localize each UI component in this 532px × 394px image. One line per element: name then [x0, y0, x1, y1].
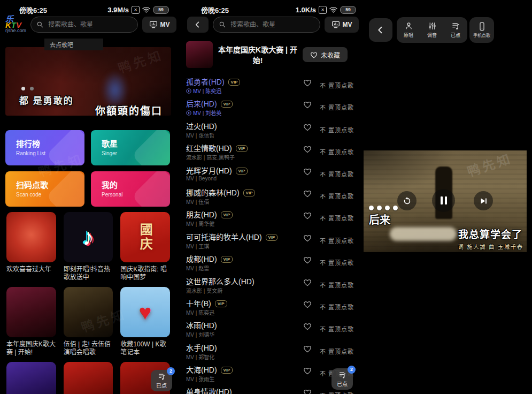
- song-title[interactable]: 孤勇者(HD): [186, 78, 225, 86]
- order-song-button[interactable]: 不 置顶点歌: [320, 147, 354, 156]
- queue-count-badge: 2: [167, 367, 175, 375]
- category-card-2[interactable]: 扫码点歌Scan code: [5, 171, 84, 207]
- song-row: 成都(HD)VIPMV | 赵雷不 置顶点歌: [186, 252, 358, 274]
- topic-banner[interactable]: 本年度国庆K歌大赛 | 开始! 未收藏: [186, 41, 348, 69]
- song-title[interactable]: 成都(HD): [186, 255, 217, 263]
- search-suggestion[interactable]: 去点歌吧: [44, 39, 103, 50]
- favorite-heart-button[interactable]: [303, 168, 312, 176]
- toolbar-vocal-button[interactable]: 原唱: [397, 17, 420, 43]
- song-title[interactable]: 这世界那么多人(HD): [186, 277, 255, 286]
- order-song-button[interactable]: 不 置顶点歌: [320, 214, 354, 222]
- content-card[interactable]: [6, 362, 56, 394]
- favorite-heart-button[interactable]: [303, 300, 312, 308]
- order-song-button[interactable]: 不 置顶点歌: [320, 170, 354, 178]
- favorite-heart-button[interactable]: [303, 389, 312, 394]
- mv-button[interactable]: MV: [325, 17, 359, 33]
- favorite-heart-button[interactable]: [303, 278, 312, 286]
- song-title[interactable]: 红尘情歌(HD): [186, 144, 232, 153]
- order-song-button[interactable]: 不 置顶点歌: [320, 258, 354, 267]
- song-title[interactable]: 过火(HD): [186, 122, 217, 131]
- toolbar-tune-button[interactable]: 调音: [420, 17, 444, 43]
- search-bar[interactable]: [30, 17, 138, 33]
- replay-icon: [403, 196, 412, 206]
- song-title[interactable]: 可可托海的牧羊人(HD): [186, 233, 262, 241]
- order-song-button[interactable]: 不 置顶点歌: [320, 125, 354, 134]
- category-card-3[interactable]: 我的Personal: [91, 171, 170, 207]
- favorite-heart-button[interactable]: [303, 145, 312, 153]
- song-source-artist: MV | 赵雷: [186, 264, 209, 272]
- song-title[interactable]: 冰雨(HD): [186, 321, 217, 330]
- content-card[interactable]: 本年度国庆K歌大赛 | 开始!: [6, 287, 56, 357]
- order-song-button[interactable]: 不 置顶点歌: [320, 192, 354, 200]
- content-card[interactable]: 欢欢喜喜过大年: [6, 212, 56, 282]
- content-card[interactable]: [64, 362, 113, 394]
- concert-artwork: [6, 287, 56, 337]
- song-title[interactable]: 单身情歌(HD): [186, 388, 232, 394]
- favorite-heart-button[interactable]: [303, 101, 312, 109]
- mv-label: MV: [160, 21, 170, 28]
- category-card-0[interactable]: 排行榜Ranking List: [5, 130, 84, 165]
- card-caption: 收藏100W | K歌笔记本: [120, 340, 170, 357]
- song-title[interactable]: 光辉岁月(HD): [186, 166, 232, 175]
- favorite-button[interactable]: 未收藏: [303, 47, 348, 62]
- song-title[interactable]: 水手(HD): [186, 344, 217, 352]
- song-title-line: 过火(HD): [186, 120, 217, 131]
- order-song-button[interactable]: 不 置顶点歌: [320, 302, 354, 311]
- song-subtitle: 流水影 | 莫文蔚: [186, 286, 222, 294]
- mv-button[interactable]: MV: [142, 17, 176, 33]
- video-player[interactable]: 鸭先知 后来 我总算学会了 词 施人誠: [364, 150, 527, 252]
- favorite-heart-button[interactable]: [303, 123, 312, 131]
- content-card[interactable]: 伍佰 | 走! 去伍佰演唱会唱歌: [64, 287, 113, 357]
- favorite-heart-button[interactable]: [303, 367, 312, 375]
- song-title-line: 水手(HD): [186, 342, 217, 353]
- song-title-line: 十年(B)VIP: [186, 298, 227, 308]
- back-button[interactable]: [187, 17, 209, 33]
- song-title[interactable]: 挪威的森林(HD): [186, 188, 240, 197]
- song-title[interactable]: 朋友(HD): [186, 210, 217, 219]
- category-card-1[interactable]: 歌星Singer: [91, 130, 170, 165]
- search-input[interactable]: [229, 20, 314, 29]
- countdown-dot: [377, 206, 382, 210]
- order-song-button[interactable]: 不 置顶点歌: [320, 236, 354, 245]
- search-bar[interactable]: [213, 17, 320, 33]
- favorite-label: 未收藏: [321, 50, 340, 59]
- next-song-button[interactable]: [474, 191, 493, 210]
- queued-songs-fab[interactable]: 2 已点: [331, 368, 353, 390]
- card-caption: 本年度国庆K歌大赛 | 开始!: [6, 340, 56, 357]
- favorite-heart-button[interactable]: [303, 234, 312, 242]
- order-song-button[interactable]: 不 置顶点歌: [320, 347, 354, 355]
- order-song-button[interactable]: 不 置顶点歌: [320, 324, 354, 333]
- phone-order-button[interactable]: 手机点歌: [469, 17, 494, 43]
- favorite-heart-icon: [303, 168, 312, 176]
- favorite-heart-button[interactable]: [303, 256, 312, 264]
- order-song-button[interactable]: 不 置顶点歌: [320, 81, 354, 89]
- content-card[interactable]: ♪即刻开唱!抖音热歌放送中: [64, 212, 113, 282]
- status-time: 傍晚6:25: [201, 5, 229, 15]
- order-song-button[interactable]: 不 置顶点歌: [320, 391, 354, 394]
- favorite-heart-button[interactable]: [303, 322, 312, 330]
- content-card[interactable]: 國庆国庆K歌指南: 唱响中国梦: [120, 212, 170, 282]
- favorite-heart-button[interactable]: [303, 211, 312, 219]
- replay-button[interactable]: [397, 191, 417, 210]
- queued-songs-fab[interactable]: 2 已点: [151, 370, 172, 391]
- back-button[interactable]: [369, 18, 392, 42]
- favorite-heart-button[interactable]: [303, 345, 312, 353]
- favorite-heart-button[interactable]: [303, 190, 312, 198]
- favorite-heart-icon: [303, 101, 312, 109]
- song-subtitle: MV | 张雨生: [186, 375, 214, 383]
- song-title[interactable]: 十年(B): [186, 299, 211, 308]
- content-card[interactable]: ♥收藏100W | K歌笔记本: [120, 287, 170, 357]
- order-song-button[interactable]: 不 置顶点歌: [320, 103, 354, 111]
- pause-button[interactable]: [432, 189, 455, 212]
- toolbar-queue-button[interactable]: 已点: [444, 17, 467, 43]
- favorite-heart-button[interactable]: [303, 79, 312, 87]
- song-source-artist: 流水影 | 高安,黑鸭子: [186, 153, 235, 161]
- search-input[interactable]: [47, 20, 132, 29]
- battery-indicator: 59: [153, 6, 169, 14]
- song-subtitle: MV | 周华健: [186, 219, 214, 228]
- mv-carousel[interactable]: 鸭先知 都 是勇敢的 你額頭的傷口: [5, 47, 171, 116]
- favorite-heart-icon: [303, 256, 312, 264]
- song-title[interactable]: 大海(HD): [186, 366, 217, 374]
- order-song-button[interactable]: 不 置顶点歌: [320, 281, 354, 289]
- song-title[interactable]: 后来(HD): [186, 100, 217, 108]
